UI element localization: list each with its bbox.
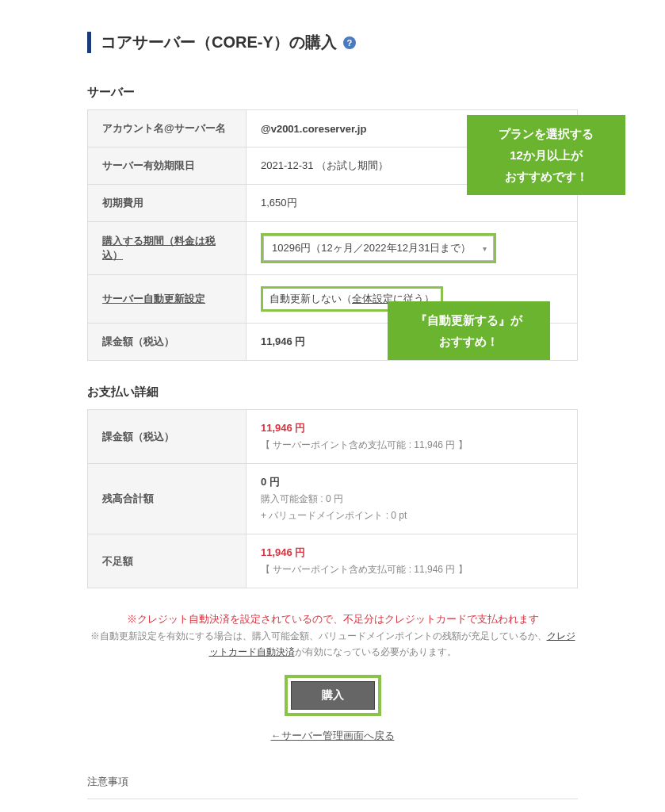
notice-list: コアサーバー［プラン：CORE-Y］ の正式契約を行い、購入します。 無料お試し… [87, 799, 578, 812]
page-title: コアサーバー（CORE-Y）の購入 [101, 32, 337, 53]
autorenew-label: サーバー自動更新設定 [88, 275, 247, 324]
buy-button-highlight: 購入 [285, 675, 381, 716]
help-icon[interactable]: ? [343, 36, 356, 49]
shortage-cell: 11,946 円 【 サーバーポイント含め支払可能 : 11,946 円 】 [247, 534, 578, 588]
pay-charge-sub: 【 サーバーポイント含め支払可能 : 11,946 円 】 [261, 439, 563, 452]
payment-info-table: 課金額（税込） 11,946 円 【 サーバーポイント含め支払可能 : 11,9… [87, 409, 578, 588]
shortage-value: 11,946 円 [261, 546, 563, 560]
period-highlight: 10296円（12ヶ月／2022年12月31日まで） [261, 233, 496, 263]
credit-note-red: ※クレジット自動決済を設定されているので、不足分はクレジットカードで支払われます [87, 612, 578, 626]
notice-title: 注意事項 [87, 775, 578, 789]
buy-button-wrap: 購入 [87, 675, 578, 716]
callout-plan: プランを選択する 12か月以上が おすすめです！ [467, 115, 625, 195]
table-row: 残高合計額 0 円 購入可能金額 : 0 円 + バリュードメインポイント : … [88, 464, 578, 534]
expire-label: サーバー有効期限日 [88, 147, 247, 185]
period-select[interactable]: 10296円（12ヶ月／2022年12月31日まで） [263, 236, 494, 261]
note-gray-prefix: ※自動更新設定を有効にする場合は、購入可能金額、バリュードメインポイントの残額が… [90, 630, 547, 642]
account-label: アカウント名@サーバー名 [88, 110, 247, 147]
table-row: 購入する期間（料金は税込） 10296円（12ヶ月／2022年12月31日まで） [88, 222, 578, 275]
pay-charge-value: 11,946 円 [261, 421, 563, 435]
autorenew-note-gray: ※自動更新設定を有効にする場合は、購入可能金額、バリュードメインポイントの残額が… [87, 628, 578, 661]
table-row: 不足額 11,946 円 【 サーバーポイント含め支払可能 : 11,946 円… [88, 534, 578, 588]
period-label: 購入する期間（料金は税込） [88, 222, 247, 275]
initfee-label: 初期費用 [88, 185, 247, 222]
note-gray-suffix: が有効になっている必要があります。 [295, 646, 457, 657]
charge-label: 課金額（税込） [88, 324, 247, 361]
table-row: 課金額（税込） 11,946 円 【 サーバーポイント含め支払可能 : 11,9… [88, 410, 578, 464]
balance-sub1: 購入可能金額 : 0 円 [261, 492, 563, 506]
callout-autorenew: 『自動更新する』が おすすめ！ [388, 301, 550, 360]
period-cell: 10296円（12ヶ月／2022年12月31日まで） [247, 222, 578, 275]
autorenew-value: 自動更新しない（ [269, 293, 352, 304]
page-title-bar: コアサーバー（CORE-Y）の購入 ? [87, 32, 578, 53]
balance-label: 残高合計額 [88, 464, 247, 534]
page-container: コアサーバー（CORE-Y）の購入 ? プランを選択する 12か月以上が おすす… [0, 0, 665, 812]
pay-charge-cell: 11,946 円 【 サーバーポイント含め支払可能 : 11,946 円 】 [247, 410, 578, 464]
payment-section-title: お支払い詳細 [87, 385, 578, 400]
balance-value: 0 円 [261, 475, 563, 489]
shortage-label: 不足額 [88, 534, 247, 588]
back-link-wrap: ←サーバー管理画面へ戻る [87, 729, 578, 743]
balance-sub2: + バリュードメインポイント : 0 pt [261, 509, 563, 523]
server-section-title: サーバー [87, 85, 578, 100]
shortage-sub: 【 サーバーポイント含め支払可能 : 11,946 円 】 [261, 563, 563, 576]
pay-charge-label: 課金額（税込） [88, 410, 247, 464]
back-link[interactable]: ←サーバー管理画面へ戻る [271, 730, 395, 741]
balance-cell: 0 円 購入可能金額 : 0 円 + バリュードメインポイント : 0 pt [247, 464, 578, 534]
buy-button[interactable]: 購入 [291, 681, 375, 710]
